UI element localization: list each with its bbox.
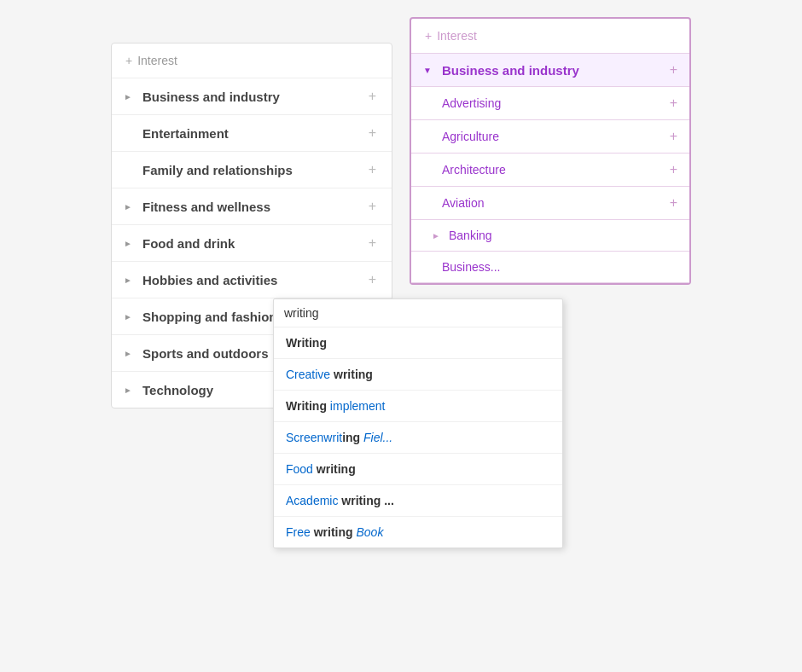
main-container: + Interest ► Business and industry + Ent… xyxy=(111,17,691,408)
autocomplete-suggestion-writing[interactable]: Writing xyxy=(274,327,562,359)
left-item-label-food: Food and drink xyxy=(142,236,365,251)
chevron-icon: ► xyxy=(124,239,134,248)
left-item-food[interactable]: ► Food and drink + xyxy=(112,225,392,262)
autocomplete-input-row[interactable]: writing xyxy=(274,299,562,327)
sub-label-business-truncated: Business... xyxy=(442,260,677,274)
suggestion-bold-food-writing: writing xyxy=(313,462,356,476)
right-header-label: Interest xyxy=(437,29,477,43)
add-advertising-button[interactable]: + xyxy=(670,96,677,111)
autocomplete-suggestion-food-writing[interactable]: Food writing xyxy=(274,454,562,485)
add-architecture-button[interactable]: + xyxy=(670,162,677,177)
chevron-icon: ► xyxy=(124,92,134,101)
left-panel-header: + Interest xyxy=(112,43,392,78)
suggestion-normal-implement: implement xyxy=(327,399,385,413)
add-hobbies-button[interactable]: + xyxy=(365,270,380,289)
left-item-business[interactable]: ► Business and industry + xyxy=(112,78,392,115)
suggestion-normal-free: Free xyxy=(286,525,311,539)
sub-label-architecture: Architecture xyxy=(442,163,670,177)
right-item-business-expanded[interactable]: ▼ Business and industry + xyxy=(411,54,689,87)
left-item-label-entertainment: Entertainment xyxy=(142,126,365,141)
chevron-icon: ► xyxy=(432,231,442,240)
chevron-icon: ► xyxy=(124,202,134,211)
autocomplete-suggestion-screenwriting[interactable]: Screenwriting Fiel... xyxy=(274,422,562,454)
chevron-icon: ► xyxy=(124,349,134,358)
left-header-label: Interest xyxy=(137,54,177,67)
add-agriculture-button[interactable]: + xyxy=(670,129,677,144)
sub-item-agriculture[interactable]: Agriculture + xyxy=(411,120,689,154)
left-item-fitness[interactable]: ► Fitness and wellness + xyxy=(112,188,392,225)
autocomplete-suggestion-academic-writing[interactable]: Academic writing ... xyxy=(274,485,562,517)
left-item-label-hobbies: Hobbies and activities xyxy=(142,273,365,287)
suggestion-bold-creative-writing: writing xyxy=(330,368,373,381)
chevron-icon: ► xyxy=(124,275,134,285)
left-item-entertainment[interactable]: Entertainment + xyxy=(112,115,392,152)
sub-label-advertising: Advertising xyxy=(442,96,670,110)
suggestion-bold-writing-implement: Writing xyxy=(286,399,327,413)
autocomplete-suggestion-writing-implement[interactable]: Writing implement xyxy=(274,391,562,422)
left-item-hobbies[interactable]: ► Hobbies and activities + xyxy=(112,262,392,298)
sub-item-business-truncated[interactable]: Business... xyxy=(411,252,689,283)
add-aviation-button[interactable]: + xyxy=(670,195,677,211)
left-item-family[interactable]: Family and relationships + xyxy=(112,152,392,188)
left-item-label-business: Business and industry xyxy=(142,90,365,104)
chevron-icon: ► xyxy=(124,312,134,322)
suggestion-normal-screen: Screenwrit xyxy=(286,431,342,444)
right-panel-header: + Interest xyxy=(411,19,689,54)
suggestion-bold-academic-writing: writing ... xyxy=(338,494,393,507)
autocomplete-input-value: writing xyxy=(284,306,318,320)
add-right-business-button[interactable]: + xyxy=(670,62,677,78)
add-fitness-button[interactable]: + xyxy=(365,197,380,216)
add-food-button[interactable]: + xyxy=(365,234,380,252)
chevron-down-icon: ▼ xyxy=(423,66,433,75)
left-item-label-fitness: Fitness and wellness xyxy=(142,200,365,214)
add-entertainment-button[interactable]: + xyxy=(365,124,380,142)
autocomplete-suggestion-free-writing[interactable]: Free writing Book xyxy=(274,517,562,547)
chevron-icon: ► xyxy=(124,385,134,395)
sub-item-advertising[interactable]: Advertising + xyxy=(411,87,689,120)
suggestion-normal-food: Food xyxy=(286,462,313,476)
autocomplete-dropdown: writing Writing Creative writing Writing… xyxy=(273,298,563,548)
add-business-button[interactable]: + xyxy=(365,87,380,106)
add-family-button[interactable]: + xyxy=(365,160,380,179)
suggestion-normal-creative: Creative xyxy=(286,368,330,381)
left-header-plus-icon: + xyxy=(125,54,132,67)
right-item-label-business: Business and industry xyxy=(442,63,670,78)
right-panel: + Interest ▼ Business and industry + Adv… xyxy=(410,17,691,285)
suggestion-bold-free-writing: writing xyxy=(311,525,357,539)
sub-label-aviation: Aviation xyxy=(442,196,670,210)
suggestion-italic-free-writing: Book xyxy=(356,525,383,539)
sub-label-banking: Banking xyxy=(449,229,677,242)
suggestion-bold-writing: Writing xyxy=(286,336,327,350)
suggestion-normal-academic: Academic xyxy=(286,494,338,507)
suggestion-italic-screenwriting: Fiel... xyxy=(360,431,392,444)
right-header-plus-icon: + xyxy=(425,29,432,43)
sub-item-aviation[interactable]: Aviation + xyxy=(411,187,689,220)
sub-label-agriculture: Agriculture xyxy=(442,130,670,143)
sub-item-architecture[interactable]: Architecture + xyxy=(411,154,689,187)
autocomplete-suggestion-creative-writing[interactable]: Creative writing xyxy=(274,359,562,391)
sub-item-banking[interactable]: ► Banking xyxy=(411,220,689,252)
suggestion-bold-screenwriting: ing xyxy=(342,431,360,444)
left-item-label-family: Family and relationships xyxy=(142,163,365,177)
